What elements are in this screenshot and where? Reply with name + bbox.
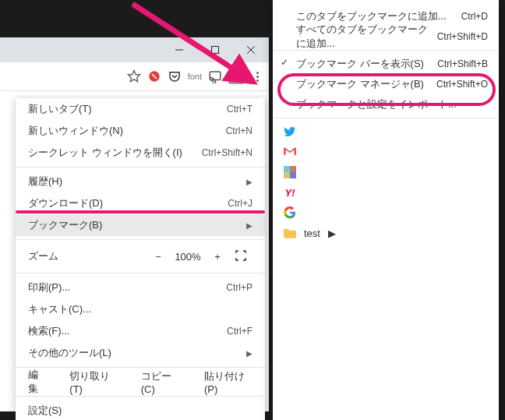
bookmarks-submenu: このタブをブックマークに追加...Ctrl+D すべてのタブをブックマークに追加… (273, 0, 499, 420)
edit-label: 編集 (28, 368, 46, 396)
submenu-label: ブックマーク マネージャ(B) (296, 77, 424, 91)
shield-icon[interactable] (147, 69, 161, 83)
menu-edit-row: 編集 切り取り(T) コピー(C) 貼り付け(P) (16, 371, 265, 393)
pocket-icon[interactable] (168, 69, 182, 83)
kebab-menu-icon[interactable] (250, 72, 264, 82)
submenu-manager[interactable]: ブックマーク マネージャ(B)Ctrl+Shift+O (273, 74, 499, 94)
separator (16, 273, 265, 274)
menu-bookmarks[interactable]: ブックマーク(B)▶ (16, 214, 265, 236)
menu-new-window[interactable]: 新しいウィンドウ(N)Ctrl+N (16, 120, 265, 142)
bookmark-label: test (304, 228, 320, 239)
separator (16, 167, 265, 168)
bookmark-google[interactable] (273, 203, 499, 223)
close-button[interactable] (233, 37, 269, 62)
bookmark-gmail[interactable] (273, 142, 499, 162)
submenu-label: ブックマークと設定をインポート... (296, 97, 457, 111)
shortcut: Ctrl+D (461, 11, 488, 22)
svg-rect-8 (290, 166, 296, 172)
google-icon (284, 206, 296, 219)
maximize-button[interactable] (197, 37, 233, 62)
font-label[interactable]: font (188, 72, 202, 81)
svg-rect-6 (210, 72, 221, 80)
svg-marker-4 (128, 71, 139, 82)
chevron-right-icon: ▶ (246, 221, 252, 230)
menu-more-tools[interactable]: その他のツール(L)▶ (16, 342, 265, 364)
paste-button[interactable]: 貼り付け(P) (204, 369, 252, 395)
cast-icon[interactable] (208, 69, 222, 83)
chevron-right-icon: ▶ (328, 228, 336, 239)
yahoo-icon: Y! (284, 186, 296, 199)
svg-rect-1 (212, 47, 219, 54)
pixel-icon (284, 166, 296, 178)
separator (16, 367, 265, 368)
menu-new-tab[interactable]: 新しいタブ(T)Ctrl+T (16, 98, 265, 120)
menu-print[interactable]: 印刷(P)...Ctrl+P (16, 277, 265, 298)
folder-icon (284, 227, 296, 239)
minimize-button[interactable] (161, 37, 197, 62)
submenu-label: ブックマーク バーを表示(S) (296, 57, 424, 71)
titlebar (0, 37, 269, 62)
submenu-label: このタブをブックマークに追加... (296, 9, 447, 23)
svg-rect-10 (290, 172, 296, 178)
chevron-right-icon: ▶ (246, 349, 252, 358)
zoom-in-button[interactable]: + (206, 251, 229, 263)
gmail-icon (284, 146, 296, 158)
menu-cast[interactable]: キャスト(C)... (16, 298, 265, 320)
avatar[interactable] (228, 69, 244, 84)
menu-zoom: ズーム − 100% + (16, 243, 265, 270)
bookmark-folder-test[interactable]: test ▶ (273, 223, 499, 243)
shortcut: Ctrl+Shift+O (436, 79, 488, 90)
menu-settings[interactable]: 設定(S) (16, 400, 265, 420)
submenu-label: すべてのタブをブックマークに追加... (296, 23, 437, 51)
zoom-out-button[interactable]: − (147, 251, 170, 263)
svg-rect-7 (284, 166, 290, 172)
toolbar: font (0, 62, 269, 91)
main-menu: 新しいタブ(T)Ctrl+T 新しいウィンドウ(N)Ctrl+N シークレット … (16, 98, 265, 420)
chevron-right-icon: ▶ (246, 178, 252, 186)
bookmark-yahoo[interactable]: Y! (273, 182, 499, 203)
svg-rect-9 (284, 172, 290, 178)
star-icon[interactable] (127, 69, 141, 83)
menu-history[interactable]: 履歴(H)▶ (16, 171, 265, 192)
twitter-icon (284, 125, 296, 138)
bookmark-pixel[interactable] (273, 162, 499, 182)
cut-button[interactable]: 切り取り(T) (69, 369, 117, 395)
menu-find[interactable]: 検索(F)...Ctrl+F (16, 320, 265, 342)
annotation-underline (16, 210, 265, 214)
submenu-import[interactable]: ブックマークと設定をインポート... (273, 94, 499, 115)
fullscreen-button[interactable] (229, 250, 252, 263)
separator (16, 396, 265, 397)
shortcut: Ctrl+Shift+B (437, 58, 488, 69)
zoom-value: 100% (170, 251, 206, 263)
bookmark-twitter[interactable] (273, 122, 499, 142)
menu-incognito[interactable]: シークレット ウィンドウを開く(I)Ctrl+Shift+N (16, 142, 265, 164)
separator (16, 239, 265, 240)
submenu-add-all[interactable]: すべてのタブをブックマークに追加...Ctrl+Shift+D (273, 26, 499, 47)
copy-button[interactable]: コピー(C) (141, 369, 181, 395)
submenu-show-bar[interactable]: ブックマーク バーを表示(S)Ctrl+Shift+B (273, 54, 499, 74)
zoom-label: ズーム (28, 249, 58, 263)
shortcut: Ctrl+Shift+D (437, 31, 488, 42)
separator (273, 118, 499, 118)
